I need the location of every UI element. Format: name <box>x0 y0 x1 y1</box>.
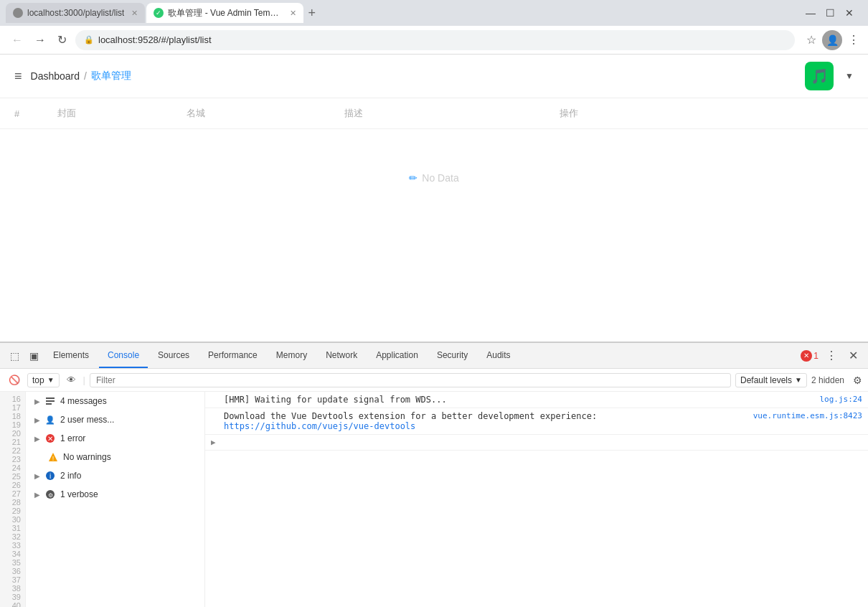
maximize-button[interactable]: ☐ <box>823 7 838 19</box>
console-entry-1: [HMR] Waiting for update signal from WDS… <box>205 392 868 408</box>
tab-audits[interactable]: Audits <box>478 343 519 368</box>
menu-icon[interactable]: ⋮ <box>848 33 859 47</box>
tab-sources-label: Sources <box>158 350 189 360</box>
sidebar-item-warnings[interactable]: !No warnings <box>26 448 204 466</box>
devtools-panel: ⬚ ▣ Elements Console Sources Performance… <box>0 342 868 607</box>
address-box[interactable]: 🔒 localhost:9528/#/playlist/list <box>75 30 795 50</box>
filter-input[interactable] <box>90 373 731 387</box>
line-number: 18 <box>0 412 25 420</box>
svg-rect-2 <box>46 403 52 405</box>
sidebar-item-messages[interactable]: ▶4 messages <box>26 392 204 410</box>
line-number: 23 <box>0 455 25 464</box>
tab-security[interactable]: Security <box>428 343 476 368</box>
browser-window: localhost:3000/playlist/list ✕ ✓ 歌单管理 - … <box>0 0 868 607</box>
tab-performance[interactable]: Performance <box>199 343 266 368</box>
devtools-main: 1617181920212223242526272829303132333435… <box>0 392 868 607</box>
tab-close-1[interactable]: ✕ <box>131 9 138 18</box>
line-number: 21 <box>0 438 25 446</box>
breadcrumb: Dashboard / 歌单管理 <box>31 70 797 83</box>
back-button[interactable]: ← <box>9 32 26 48</box>
tab-close-2[interactable]: ✕ <box>290 9 296 18</box>
line-number: 39 <box>0 593 25 601</box>
new-tab-button[interactable]: + <box>308 6 316 19</box>
sidebar-item-user[interactable]: ▶👤2 user mess... <box>26 410 204 429</box>
sidebar-label-errors: 1 error <box>60 433 196 443</box>
settings-icon[interactable]: ⚙ <box>853 375 862 386</box>
devtools-left-icons: ⬚ ▣ <box>6 349 43 363</box>
app-logo-arrow[interactable]: ▼ <box>845 71 854 81</box>
hamburger-icon[interactable]: ≡ <box>14 69 22 84</box>
tab-memory-label: Memory <box>276 350 307 360</box>
close-button[interactable]: ✕ <box>842 7 857 19</box>
devtools-close-icon[interactable]: ✕ <box>844 349 862 362</box>
breadcrumb-home[interactable]: Dashboard <box>31 70 80 82</box>
sidebar-item-info[interactable]: ▶i2 info <box>26 466 204 485</box>
lock-icon: 🔒 <box>84 35 94 44</box>
sidebar-icon-info: i <box>44 470 56 481</box>
toolbar-icons: ☆ 👤 ⋮ <box>806 30 859 50</box>
devtools-tabs: ⬚ ▣ Elements Console Sources Performance… <box>0 343 868 369</box>
line-number: 27 <box>0 489 25 498</box>
context-select[interactable]: top ▼ <box>27 373 60 387</box>
devtools-more-icon[interactable]: ⋮ <box>821 349 841 362</box>
expand-arrow-user: ▶ <box>34 416 40 424</box>
tab-network-label: Network <box>326 350 357 360</box>
tab-network[interactable]: Network <box>317 343 366 368</box>
entry-source-2[interactable]: vue.runtime.esm.js:8423 <box>753 411 862 420</box>
tab-title-2: 歌单管理 - Vue Admin Templat... <box>168 7 283 19</box>
line-number: 31 <box>0 524 25 532</box>
tab-console-label: Console <box>108 350 139 360</box>
tab-elements[interactable]: Elements <box>44 343 98 368</box>
clear-console-icon[interactable]: 🚫 <box>6 373 23 387</box>
devtools-link[interactable]: https://github.com/vuejs/vue-devtools <box>224 421 415 431</box>
sidebar-item-errors[interactable]: ▶✕1 error <box>26 429 204 448</box>
reload-button[interactable]: ↻ <box>55 32 70 48</box>
devtools-inspect-icon[interactable]: ⬚ <box>6 349 24 363</box>
error-count: 1 <box>813 351 819 361</box>
toolbar-separator: | <box>83 375 85 385</box>
entry-text-2: Download the Vue Devtools extension for … <box>224 411 749 431</box>
forward-button[interactable]: → <box>32 32 49 48</box>
default-levels-button[interactable]: Default levels ▼ <box>735 373 807 387</box>
console-entry-2: Download the Vue Devtools extension for … <box>205 408 868 435</box>
devtools-device-icon[interactable]: ▣ <box>25 349 43 363</box>
sidebar-icon-verbose: ⚙ <box>44 489 56 500</box>
bookmark-icon[interactable]: ☆ <box>806 33 816 47</box>
error-count-badge[interactable]: ✕ 1 <box>801 350 819 362</box>
sidebar-item-verbose[interactable]: ▶⚙1 verbose <box>26 485 204 504</box>
tab-memory[interactable]: Memory <box>268 343 316 368</box>
expand-arrow-info: ▶ <box>34 472 40 480</box>
tab-active[interactable]: ✓ 歌单管理 - Vue Admin Templat... ✕ <box>146 3 303 23</box>
entry-text-1: [HMR] Waiting for update signal from WDS… <box>224 395 815 405</box>
svg-text:i: i <box>49 472 51 480</box>
breadcrumb-current: 歌单管理 <box>91 70 131 83</box>
tab-application[interactable]: Application <box>367 343 427 368</box>
window-controls: — ☐ ✕ <box>803 7 862 19</box>
line-number: 32 <box>0 532 25 541</box>
avatar-icon: 👤 <box>826 34 839 46</box>
app-logo[interactable]: 🎵 <box>805 62 834 90</box>
expand-arrow-verbose: ▶ <box>34 491 40 499</box>
line-number: 33 <box>0 541 25 550</box>
content-area: ≡ Dashboard / 歌单管理 🎵 ▼ # 封面 名城 描述 操作 ✏ N <box>0 55 868 607</box>
sidebar-icon-messages <box>44 395 56 407</box>
tab-audits-label: Audits <box>486 350 510 360</box>
no-data-icon: ✏ <box>409 172 418 184</box>
tab-console[interactable]: Console <box>99 343 148 368</box>
eye-icon[interactable]: 👁 <box>64 373 79 387</box>
expand-arrow-errors: ▶ <box>34 435 40 443</box>
tab-sources[interactable]: Sources <box>149 343 198 368</box>
line-number: 24 <box>0 464 25 472</box>
console-output: [HMR] Waiting for update signal from WDS… <box>205 392 868 607</box>
entry-source-1[interactable]: log.js:24 <box>819 395 862 404</box>
sidebar-icon-warnings: ! <box>47 451 59 463</box>
minimize-button[interactable]: — <box>803 7 819 19</box>
console-sidebar: ▶4 messages▶👤2 user mess...▶✕1 error!No … <box>26 392 205 607</box>
sidebar-label-user: 2 user mess... <box>60 415 196 425</box>
tab-inactive[interactable]: localhost:3000/playlist/list ✕ <box>6 3 145 23</box>
tab-bar: localhost:3000/playlist/list ✕ ✓ 歌单管理 - … <box>0 0 868 26</box>
line-number: 30 <box>0 515 25 524</box>
context-dropdown-icon: ▼ <box>47 376 55 384</box>
avatar-button[interactable]: 👤 <box>822 30 842 50</box>
col-desc: 描述 <box>344 107 560 120</box>
